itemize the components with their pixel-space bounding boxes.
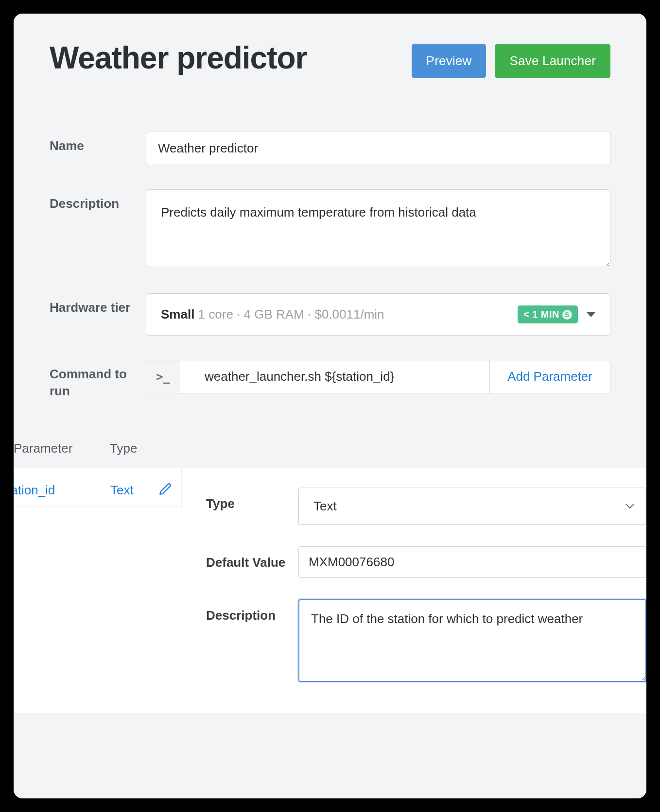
param-type-label: Type <box>206 488 298 512</box>
description-label: Description <box>50 189 146 212</box>
preview-button[interactable]: Preview <box>412 44 486 78</box>
command-to-run-label: Command to run <box>50 360 146 400</box>
param-col-parameter: Parameter <box>14 441 110 456</box>
page-title: Weather predictor <box>50 41 307 76</box>
command-input[interactable] <box>180 360 489 393</box>
param-default-input[interactable] <box>298 546 646 578</box>
param-description-textarea[interactable]: The ID of the station for which to predi… <box>298 599 646 682</box>
hardware-tier-label: Hardware tier <box>50 293 146 316</box>
param-default-label: Default Value <box>206 546 298 571</box>
hardware-tier-spec: 1 core · 4 GB RAM · $0.0011/min <box>198 307 384 321</box>
parameter-name: station_id <box>14 483 110 498</box>
hardware-tier-name: Small <box>161 307 194 321</box>
terminal-icon: >_ <box>146 360 180 393</box>
param-description-label: Description <box>206 599 298 624</box>
name-input[interactable] <box>146 132 610 165</box>
name-label: Name <box>50 132 146 154</box>
edit-icon[interactable] <box>159 483 172 497</box>
hardware-tier-badge: < 1 MIN $ <box>518 305 578 323</box>
parameter-type: Text <box>110 483 159 498</box>
parameter-row-station-id[interactable]: station_id Text <box>14 468 182 507</box>
param-col-type: Type <box>110 441 137 456</box>
clock-icon: $ <box>562 310 572 320</box>
param-type-select[interactable]: Text <box>298 488 646 525</box>
hardware-tier-select[interactable]: Small 1 core · 4 GB RAM · $0.0011/min < … <box>146 293 610 336</box>
description-textarea[interactable]: Predicts daily maximum temperature from … <box>146 189 610 267</box>
add-parameter-button[interactable]: Add Parameter <box>489 360 610 393</box>
launcher-editor-window: Weather predictor Preview Save Launcher … <box>14 14 646 798</box>
chevron-down-icon <box>587 312 595 317</box>
save-launcher-button[interactable]: Save Launcher <box>495 44 610 78</box>
